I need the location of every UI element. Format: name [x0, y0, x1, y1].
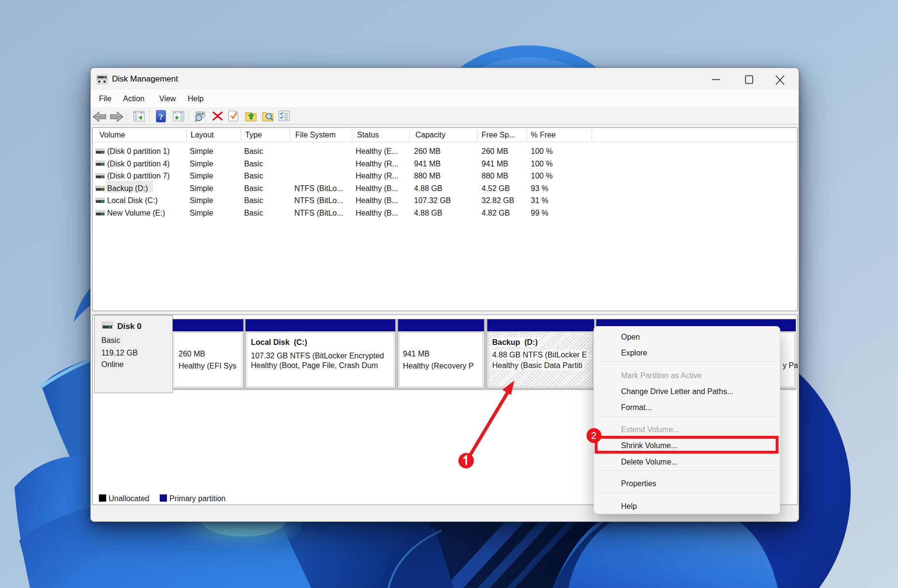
svg-text:2: 2	[591, 430, 596, 441]
